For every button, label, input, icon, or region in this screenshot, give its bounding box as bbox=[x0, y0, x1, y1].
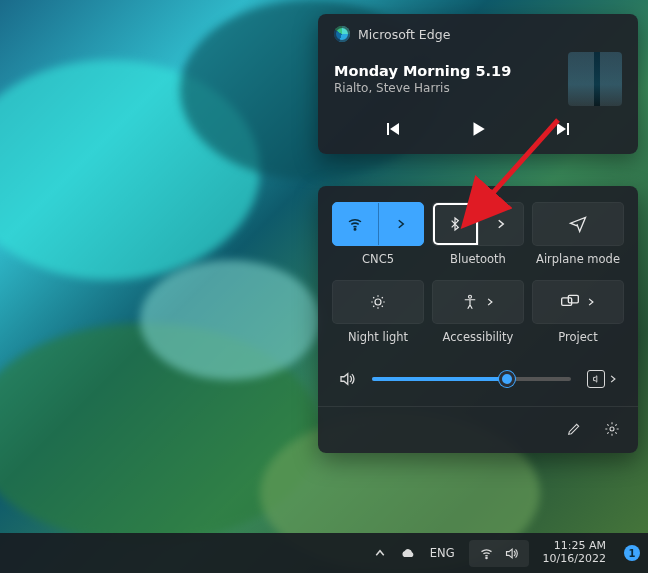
tray-overflow-button[interactable] bbox=[370, 545, 390, 561]
svg-point-9 bbox=[485, 557, 486, 558]
quick-settings-flyout: CNC5 Bluetooth Airplane mode Ni bbox=[318, 186, 638, 453]
media-source-app: Microsoft Edge bbox=[334, 26, 622, 42]
bluetooth-tile[interactable] bbox=[432, 202, 524, 246]
audio-output-icon bbox=[587, 370, 605, 388]
svg-point-4 bbox=[469, 295, 472, 298]
settings-button[interactable] bbox=[600, 417, 624, 441]
svg-rect-1 bbox=[567, 123, 569, 135]
edit-quick-settings-button[interactable] bbox=[562, 417, 586, 441]
svg-rect-6 bbox=[568, 295, 578, 303]
taskbar: ENG 11:25 AM 10/16/2022 1 bbox=[0, 533, 648, 573]
play-button[interactable] bbox=[463, 114, 493, 144]
network-volume-group[interactable] bbox=[469, 540, 529, 567]
wifi-label: CNC5 bbox=[362, 252, 394, 266]
media-track-title: Monday Morning 5.19 bbox=[334, 63, 511, 79]
audio-output-button[interactable] bbox=[583, 366, 622, 392]
svg-point-2 bbox=[355, 229, 357, 231]
wifi-toggle[interactable] bbox=[333, 203, 379, 245]
accessibility-tile[interactable] bbox=[432, 280, 524, 324]
airplane-mode-tile[interactable] bbox=[532, 202, 624, 246]
media-app-label: Microsoft Edge bbox=[358, 27, 450, 42]
media-flyout: Microsoft Edge Monday Morning 5.19 Rialt… bbox=[318, 14, 638, 154]
bluetooth-expand[interactable] bbox=[479, 203, 524, 245]
accessibility-label: Accessibility bbox=[443, 330, 514, 344]
media-track-artist: Rialto, Steve Harris bbox=[334, 81, 511, 95]
svg-point-3 bbox=[375, 299, 381, 305]
clock-date: 10/16/2022 bbox=[543, 553, 606, 566]
svg-point-7 bbox=[610, 427, 614, 431]
volume-icon[interactable] bbox=[334, 366, 360, 392]
edge-icon bbox=[334, 26, 350, 42]
volume-slider[interactable] bbox=[372, 371, 571, 387]
night-light-label: Night light bbox=[348, 330, 408, 344]
night-light-tile[interactable] bbox=[332, 280, 424, 324]
previous-track-button[interactable] bbox=[379, 114, 407, 144]
svg-rect-0 bbox=[387, 123, 389, 135]
bluetooth-label: Bluetooth bbox=[450, 252, 506, 266]
wifi-tile[interactable] bbox=[332, 202, 424, 246]
bluetooth-toggle[interactable] bbox=[433, 203, 479, 245]
wifi-tray-icon bbox=[479, 546, 494, 561]
notification-badge[interactable]: 1 bbox=[624, 545, 640, 561]
volume-tray-icon bbox=[504, 546, 519, 561]
project-label: Project bbox=[558, 330, 597, 344]
album-art bbox=[568, 52, 622, 106]
project-tile[interactable] bbox=[532, 280, 624, 324]
airplane-label: Airplane mode bbox=[536, 252, 620, 266]
svg-rect-5 bbox=[562, 298, 572, 306]
wifi-expand[interactable] bbox=[379, 203, 424, 245]
language-indicator[interactable]: ENG bbox=[426, 546, 459, 560]
clock[interactable]: 11:25 AM 10/16/2022 bbox=[539, 540, 610, 565]
next-track-button[interactable] bbox=[549, 114, 577, 144]
onedrive-icon[interactable] bbox=[400, 545, 416, 561]
